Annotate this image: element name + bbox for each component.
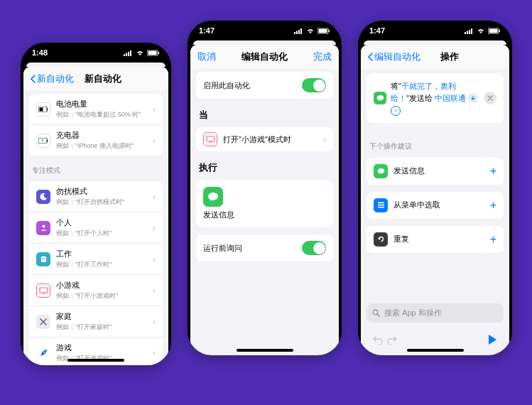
add-icon: + [490, 199, 496, 212]
trigger-charger[interactable]: 充电器 例如："iPhone 接入电源时" › [29, 125, 163, 156]
suggestions-header: 下个操作建议 [361, 134, 509, 154]
add-icon: + [490, 233, 496, 246]
trigger-name: 游戏 [56, 342, 147, 353]
home-indicator[interactable] [407, 349, 464, 352]
person-icon [36, 221, 50, 235]
trigger-battery-level[interactable]: 电池电量 例如："电池电量超过 50% 时" › [29, 94, 163, 125]
chevron-right-icon: › [153, 254, 156, 264]
suggestion-label: 发送信息 [393, 166, 484, 176]
enable-toggle[interactable] [302, 78, 326, 92]
recipient-field[interactable]: 中国联通 [435, 94, 466, 102]
suggestion-choose-from-menu[interactable]: 从菜单中选取 + [367, 192, 504, 219]
chevron-right-icon: › [153, 222, 156, 233]
list-icon [374, 198, 388, 212]
back-label: 编辑自动化 [374, 50, 420, 63]
enable-label: 启用此自动化 [203, 80, 296, 91]
chevron-right-icon: › [153, 104, 156, 114]
cancel-button[interactable]: 取消 [197, 50, 216, 63]
chevron-right-icon: › [323, 134, 326, 145]
trigger-text: 打开"小游戏"模式时 [223, 134, 317, 145]
rocket-icon [36, 346, 50, 360]
trigger-dnd[interactable]: 勿扰模式例如："打开勿扰模式时" › [29, 181, 163, 212]
battery-icon [317, 28, 330, 34]
svg-rect-27 [319, 28, 327, 33]
back-label: 新自动化 [37, 72, 74, 85]
search-field[interactable]: 搜索 App 和操作 [367, 303, 504, 323]
svg-rect-14 [42, 259, 45, 259]
phone-actions: 1:47 编辑自动化 操作 将"干就完了，奥利给！"发送给 中国联通 [358, 21, 512, 355]
action-label: 发送信息 [203, 210, 326, 220]
trigger-mini-game[interactable]: 小游戏例如："打开小游戏时" › [29, 275, 163, 306]
action-text: 将"干就完了，奥利给！"发送给 中国联通 + › [391, 80, 479, 116]
svg-rect-1 [126, 53, 127, 56]
search-icon [372, 309, 380, 317]
home-indicator[interactable] [237, 349, 293, 352]
redo-button[interactable] [385, 333, 399, 347]
svg-rect-31 [465, 32, 466, 34]
svg-rect-3 [130, 50, 131, 56]
ask-toggle[interactable] [302, 241, 326, 255]
suggestion-send-message[interactable]: 发送信息 + [367, 158, 504, 185]
navbar: 编辑自动化 操作 [361, 45, 509, 69]
trigger-sub: 例如："打开工作时" [56, 260, 147, 269]
when-card: 打开"小游戏"模式时 › [196, 127, 333, 151]
svg-rect-24 [298, 30, 300, 34]
trigger-personal[interactable]: 个人例如："打开个人时" › [29, 212, 163, 244]
display-icon [36, 284, 50, 298]
ask-label: 运行前询问 [203, 243, 296, 254]
repeat-icon [374, 232, 388, 247]
add-recipient-button[interactable]: + [468, 93, 478, 103]
battery-icon [488, 28, 501, 34]
trigger-sub: 例如："打开小游戏时" [56, 291, 147, 301]
chevron-right-icon: › [153, 285, 156, 296]
svg-rect-25 [300, 28, 302, 34]
trigger-home[interactable]: 家庭例如："打开家庭时" › [29, 306, 163, 338]
delete-action-button[interactable] [484, 92, 496, 104]
trigger-name: 电池电量 [56, 99, 147, 109]
status-time: 1:47 [369, 26, 385, 35]
trigger-mini-game-mode[interactable]: 打开"小游戏"模式时 › [196, 127, 333, 151]
svg-rect-34 [471, 28, 472, 34]
when-header: 当 [190, 102, 339, 124]
ask-card: 运行前询问 [196, 234, 333, 261]
back-button[interactable]: 新自动化 [31, 72, 74, 85]
trigger-work[interactable]: 工作例如："打开工作时" › [29, 244, 163, 275]
page-title: 编辑自动化 [241, 50, 288, 63]
trigger-name: 充电器 [56, 130, 147, 141]
done-button[interactable]: 完成 [313, 50, 332, 63]
home-indicator[interactable] [67, 359, 124, 362]
scroll-content[interactable]: 启用此自动化 当 打开"小游戏"模式时 › 执行 发送信息 [190, 69, 339, 355]
back-button[interactable]: 编辑自动化 [368, 50, 420, 63]
svg-rect-11 [47, 139, 48, 141]
svg-point-17 [44, 351, 45, 352]
chevron-right-icon: › [153, 347, 156, 358]
suggestion-label: 重复 [393, 234, 484, 244]
scroll-content[interactable]: 将"干就完了，奥利给！"发送给 中国联通 + › 下个操作建议 发送信息 + 从… [361, 69, 509, 355]
svg-rect-40 [378, 207, 384, 208]
action-tile[interactable]: 发送信息 [196, 180, 333, 227]
run-button[interactable] [485, 333, 499, 347]
battery-icon [147, 50, 160, 56]
chevron-left-icon [368, 53, 373, 61]
undo-button[interactable] [371, 333, 385, 347]
svg-rect-32 [467, 31, 468, 34]
svg-rect-29 [207, 136, 215, 141]
svg-rect-6 [158, 52, 160, 54]
messages-icon [203, 187, 223, 207]
expand-action-button[interactable]: › [391, 106, 401, 116]
svg-rect-33 [469, 30, 470, 34]
trigger-group-focus: 勿扰模式例如："打开勿扰模式时" › 个人例如："打开个人时" › 工作例如："… [29, 181, 163, 365]
display-icon [203, 132, 217, 146]
scroll-content[interactable]: 电池电量 例如："电池电量超过 50% 时" › 充电器 例如："iPhone … [23, 91, 168, 365]
action-send-message[interactable]: 将"干就完了，奥利给！"发送给 中国联通 + › [367, 73, 504, 123]
svg-rect-15 [40, 288, 48, 293]
svg-rect-16 [42, 293, 45, 293]
trigger-group-power: 电池电量 例如："电池电量超过 50% 时" › 充电器 例如："iPhone … [29, 94, 163, 156]
svg-rect-9 [47, 108, 48, 110]
moon-icon [36, 190, 50, 204]
navbar: 取消 编辑自动化 完成 [190, 45, 339, 69]
svg-rect-38 [378, 202, 384, 204]
svg-rect-30 [209, 142, 212, 143]
suggestion-repeat[interactable]: 重复 + [367, 226, 504, 253]
action-mid: "发送给 [406, 94, 433, 102]
